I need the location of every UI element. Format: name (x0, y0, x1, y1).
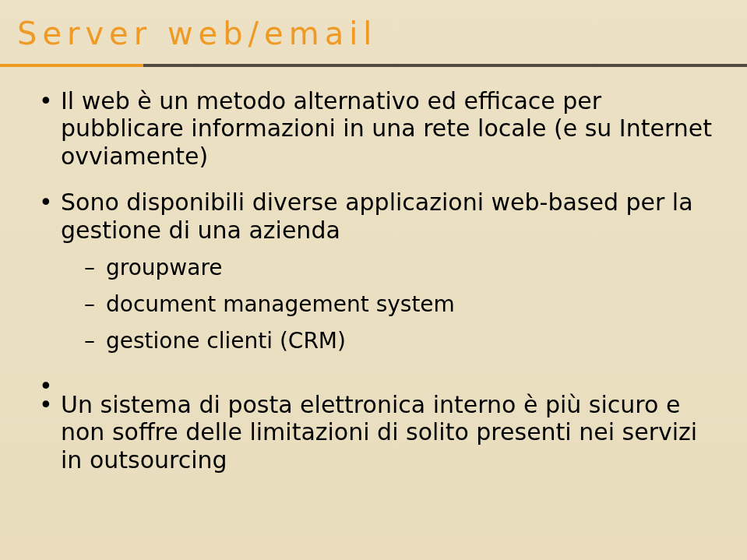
sub-bullet-item: document management system (84, 291, 714, 317)
bullet-text: Un sistema di posta elettronica interno … (61, 391, 697, 474)
bullet-list: Il web è un metodo alternativo ed effica… (37, 87, 714, 474)
sub-bullet-item: gestione clienti (CRM) (84, 328, 714, 354)
bullet-item: Il web è un metodo alternativo ed effica… (37, 87, 714, 170)
bullet-text: Sono disponibili diverse applicazioni we… (61, 188, 693, 243)
bullet-text: Il web è un metodo alternativo ed effica… (61, 87, 712, 170)
bullet-item: Un sistema di posta elettronica interno … (37, 391, 714, 474)
sub-bullet-list: groupware document management system ges… (61, 255, 714, 354)
sub-bullet-item: groupware (84, 255, 714, 280)
slide-title: Server web/email (0, 0, 747, 51)
slide: Server web/email Il web è un metodo alte… (0, 0, 747, 560)
spacer (37, 372, 714, 391)
bullet-item: Sono disponibili diverse applicazioni we… (37, 188, 714, 354)
slide-body: Il web è un metodo alternativo ed effica… (37, 87, 714, 492)
title-rule (0, 64, 747, 67)
sub-bullet-text: document management system (106, 291, 455, 317)
sub-bullet-text: groupware (106, 255, 223, 280)
sub-bullet-text: gestione clienti (CRM) (106, 328, 346, 354)
